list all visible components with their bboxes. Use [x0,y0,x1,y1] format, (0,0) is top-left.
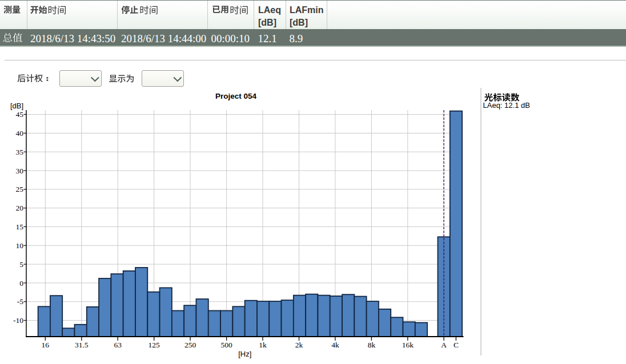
svg-text:Project 054: Project 054 [215,92,257,100]
svg-text:2k: 2k [295,341,303,349]
svg-text:31.5: 31.5 [75,341,89,349]
svg-text:25: 25 [16,185,24,193]
svg-text:8k: 8k [368,341,376,349]
svg-text:125: 125 [149,341,160,349]
svg-text:250: 250 [184,341,196,349]
svg-text:45: 45 [16,110,24,119]
svg-text:20: 20 [16,204,24,212]
svg-text:16k: 16k [402,341,414,349]
svg-text:C: C [454,341,459,349]
svg-text:[Hz]: [Hz] [238,350,251,358]
svg-text:10: 10 [16,241,24,250]
svg-text:-5: -5 [17,297,23,306]
svg-text:[dB]: [dB] [10,102,23,110]
svg-text:A: A [441,341,447,349]
svg-text:-10: -10 [13,316,23,325]
svg-text:1k: 1k [259,341,267,349]
svg-text:0: 0 [19,279,23,288]
svg-text:4k: 4k [331,341,339,349]
svg-text:16: 16 [42,341,50,349]
svg-text:15: 15 [16,223,24,231]
svg-text:500: 500 [220,341,232,349]
svg-text:30: 30 [16,167,24,175]
svg-text:35: 35 [16,148,24,156]
svg-text:63: 63 [114,341,122,349]
svg-text:5: 5 [19,260,23,269]
svg-text:40: 40 [16,129,24,137]
